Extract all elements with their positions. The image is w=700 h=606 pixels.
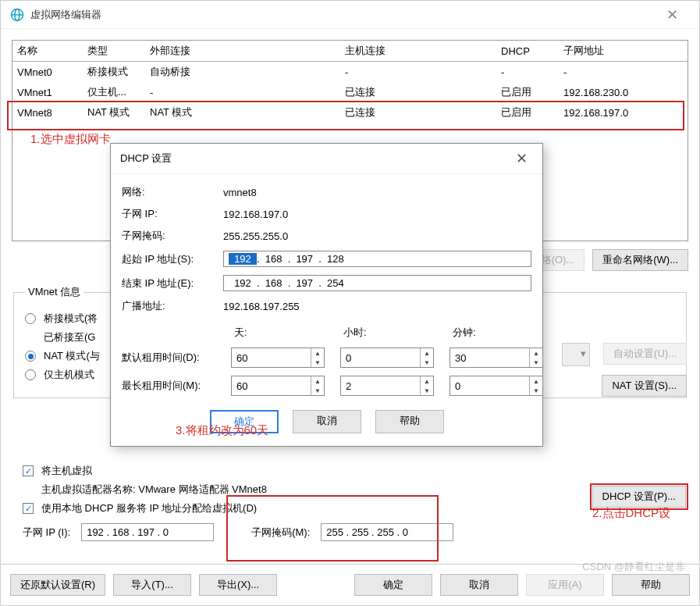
cell: VMnet8: [12, 102, 83, 123]
export-button[interactable]: 导出(X)...: [199, 574, 277, 596]
spin-value[interactable]: [341, 348, 420, 367]
spin-down-icon[interactable]: ▼: [311, 358, 324, 367]
hostonly-radio[interactable]: [25, 369, 36, 380]
import-button[interactable]: 导入(T)...: [113, 574, 191, 596]
dhcp-start-label: 起始 IP 地址(S):: [122, 252, 223, 266]
subnet-mask-input[interactable]: 255 . 255 . 255 . 0: [321, 523, 453, 541]
col-dhcp[interactable]: DHCP: [496, 41, 559, 62]
nat-radio-label: NAT 模式(与: [44, 349, 100, 363]
table-row[interactable]: VMnet0 桥接模式 自动桥接 - - -: [12, 62, 688, 83]
dhcp-settings-button[interactable]: DHCP 设置(P)...: [592, 486, 686, 508]
titlebar: 虚拟网络编辑器 ✕: [1, 1, 699, 29]
apply-button[interactable]: 应用(A): [526, 574, 604, 596]
spin-value[interactable]: [232, 348, 311, 367]
bridge-radio[interactable]: [25, 313, 36, 324]
ip-seg[interactable]: 197: [290, 253, 318, 265]
spin-up-icon[interactable]: ▲: [311, 348, 324, 358]
cell: 已启用: [496, 82, 559, 102]
connect-host-checkbox[interactable]: [23, 465, 34, 476]
ok-button[interactable]: 确定: [354, 574, 432, 596]
spin-down-icon[interactable]: ▼: [530, 358, 542, 367]
table-header-row: 名称 类型 外部连接 主机连接 DHCP 子网地址: [12, 41, 688, 62]
use-dhcp-checkbox[interactable]: [23, 503, 34, 514]
use-dhcp-label: 使用本地 DHCP 服务将 IP 地址分配给虚拟机(D): [41, 501, 257, 515]
help-button[interactable]: 帮助: [612, 574, 690, 596]
dhcp-help-button[interactable]: 帮助: [375, 410, 444, 433]
ip-seg[interactable]: 254: [322, 277, 350, 289]
restore-defaults-button[interactable]: 还原默认设置(R): [10, 574, 105, 596]
table-row[interactable]: VMnet1 仅主机... - 已连接 已启用 192.168.230.0: [12, 82, 688, 102]
auto-settings-button[interactable]: 自动设置(U)...: [603, 343, 687, 365]
nat-radio[interactable]: [25, 351, 36, 362]
spin-up-icon[interactable]: ▲: [530, 348, 542, 358]
bridge-radio-label: 桥接模式(将: [44, 312, 98, 326]
dhcp-end-input[interactable]: 192. 168. 197. 254: [223, 275, 531, 291]
col-ext[interactable]: 外部连接: [145, 41, 340, 62]
max-lease-mins-input[interactable]: ▲▼: [449, 376, 543, 396]
dhcp-net-label: 网络:: [122, 185, 223, 199]
subnet-ip-input[interactable]: 192 . 168 . 197 . 0: [81, 523, 214, 541]
cell: 仅主机...: [83, 82, 145, 102]
close-icon[interactable]: ✕: [654, 1, 690, 29]
annotation-1: 1.选中虚拟网卡: [30, 132, 111, 147]
cell: -: [145, 82, 340, 102]
dhcp-title: DHCP 设置: [120, 152, 510, 166]
cell: -: [559, 62, 688, 83]
cancel-button[interactable]: 取消: [440, 574, 518, 596]
spin-up-icon[interactable]: ▲: [311, 376, 324, 386]
col-subnet[interactable]: 子网地址: [559, 41, 688, 62]
max-lease-hours-input[interactable]: ▲▼: [340, 376, 434, 396]
spin-down-icon[interactable]: ▼: [530, 386, 542, 395]
spin-value[interactable]: [341, 376, 420, 395]
dhcp-cancel-button[interactable]: 取消: [293, 410, 361, 433]
dhcp-close-icon[interactable]: ✕: [510, 150, 533, 167]
ip-seg[interactable]: 197: [290, 277, 318, 289]
spin-up-icon[interactable]: ▲: [421, 376, 433, 386]
spin-down-icon[interactable]: ▼: [421, 358, 433, 367]
table-row-selected[interactable]: VMnet8 NAT 模式 NAT 模式 已连接 已启用 192.168.197…: [12, 102, 688, 123]
col-name[interactable]: 名称: [12, 41, 83, 62]
def-lease-days-input[interactable]: ▲▼: [231, 348, 325, 368]
rename-network-button[interactable]: 重命名网络(W)...: [592, 249, 688, 271]
subnet-ip-label: 子网 IP (I):: [23, 526, 70, 540]
dhcp-start-input[interactable]: 192. 168. 197. 128: [223, 251, 531, 267]
cell: -: [496, 62, 559, 83]
col-type[interactable]: 类型: [83, 41, 145, 62]
annotation-2: 2.点击DHCP设: [592, 506, 670, 521]
spin-up-icon[interactable]: ▲: [530, 376, 542, 386]
adapter-name-label: 主机虚拟适配器名称: VMware 网络适配器 VMnet8: [41, 483, 267, 497]
cell: VMnet0: [12, 62, 83, 83]
cell: VMnet1: [12, 82, 83, 102]
ip-seg[interactable]: 192: [229, 277, 257, 289]
vmnet-info-legend: VMnet 信息: [25, 285, 84, 299]
spin-value[interactable]: [450, 348, 529, 367]
spin-down-icon[interactable]: ▼: [421, 386, 433, 395]
ip-seg[interactable]: 128: [322, 253, 350, 265]
spin-value[interactable]: [450, 376, 529, 395]
dhcp-bcast-label: 广播地址:: [122, 299, 223, 313]
window-title: 虚拟网络编辑器: [30, 8, 654, 22]
dhcp-subnetip-label: 子网 IP:: [122, 207, 223, 221]
nat-settings-button[interactable]: NAT 设置(S)...: [602, 375, 687, 397]
spin-up-icon[interactable]: ▲: [421, 348, 433, 358]
ip-seg[interactable]: 192: [229, 253, 257, 265]
cell: 自动桥接: [145, 62, 340, 83]
spin-down-icon[interactable]: ▼: [311, 386, 324, 395]
ip-seg[interactable]: 168: [260, 277, 288, 289]
main-window: 虚拟网络编辑器 ✕ 名称 类型 外部连接 主机连接 DHCP 子网地址 VMne…: [0, 0, 700, 606]
subnet-mask-label: 子网掩码(M):: [251, 526, 310, 540]
lease-grid: 天: 小时: 分钟: 默认租用时间(D): ▲▼ ▲▼ ▲▼ 最长租用时间(M)…: [122, 326, 531, 396]
day-header: 天:: [231, 326, 332, 340]
def-lease-hours-input[interactable]: ▲▼: [340, 348, 434, 368]
dhcp-end-label: 结束 IP 地址(E):: [122, 276, 223, 291]
max-lease-days-input[interactable]: ▲▼: [231, 376, 325, 396]
bridged-to-label: 已桥接至(G: [44, 330, 95, 344]
spin-value[interactable]: [232, 376, 311, 395]
dhcp-subnetip-value: 192.168.197.0: [223, 209, 531, 220]
cell: NAT 模式: [83, 102, 145, 123]
bridge-combo-dropdown-icon[interactable]: [562, 343, 590, 366]
def-lease-mins-input[interactable]: ▲▼: [449, 348, 543, 368]
ip-seg[interactable]: 168: [260, 253, 288, 265]
col-host[interactable]: 主机连接: [340, 41, 496, 62]
max-lease-label: 最长租用时间(M):: [122, 379, 223, 393]
